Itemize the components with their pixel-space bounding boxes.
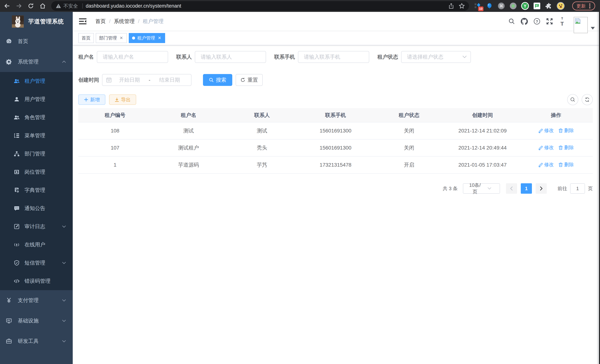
filter-input-0[interactable]: [97, 51, 168, 63]
edit-link[interactable]: 修改: [538, 127, 554, 134]
fullscreen-icon[interactable]: [543, 18, 556, 25]
app-logo-row[interactable]: 芋道管理系统: [0, 12, 73, 31]
avatar[interactable]: [574, 17, 588, 33]
page-1-button[interactable]: 1: [521, 183, 532, 194]
cell-created: 2021-01-05 17:03:47: [446, 156, 519, 173]
refresh-table-button[interactable]: [582, 94, 593, 105]
extension-record-icon[interactable]: [509, 1, 518, 10]
search-button[interactable]: 搜索: [203, 74, 232, 86]
sidebar-item-1[interactable]: 系统管理: [0, 52, 73, 72]
download-icon: [115, 97, 119, 102]
extension-y-icon[interactable]: Y: [521, 1, 529, 10]
sidebar-item-8[interactable]: 字典管理: [0, 181, 73, 199]
close-icon[interactable]: ✕: [157, 36, 162, 40]
page-size-select[interactable]: 10条/页: [463, 183, 500, 194]
sidebar-item-3[interactable]: 用户管理: [0, 90, 73, 108]
tab-page-1[interactable]: 部门管理✕: [96, 33, 127, 43]
extensions-puzzle-icon[interactable]: [544, 1, 553, 10]
goto-page-input[interactable]: [570, 183, 585, 194]
sidebar-item-15[interactable]: 基础设施: [0, 311, 73, 331]
sidebar-item-10[interactable]: 审计日志: [0, 217, 73, 236]
filter-input-1[interactable]: [195, 51, 266, 63]
date-range-input[interactable]: 开始日期 - 结束日期: [102, 74, 191, 86]
filter-label: 联系手机: [274, 53, 295, 60]
sidebar-collapse-icon[interactable]: [79, 18, 86, 25]
tab-page-2[interactable]: 租户管理✕: [129, 33, 165, 43]
close-icon[interactable]: ✕: [119, 36, 123, 40]
cell-contact: 秃头: [225, 139, 299, 156]
extension-balloon-icon[interactable]: [485, 1, 494, 10]
svg-text:?: ?: [536, 19, 538, 24]
next-page-button[interactable]: [536, 183, 547, 194]
font-size-icon[interactable]: тT: [556, 16, 568, 27]
back-icon[interactable]: [3, 1, 11, 10]
sidebar-item-6[interactable]: 部门管理: [0, 145, 73, 163]
sidebar-item-12[interactable]: 短信管理: [0, 254, 73, 272]
column-header: 操作: [519, 108, 593, 122]
edit-link[interactable]: 修改: [538, 144, 554, 151]
share-icon[interactable]: [448, 3, 454, 9]
navbar-actions: ? тT: [505, 9, 600, 33]
browser-extensions: 10 ⌘ Y: [473, 1, 565, 10]
gear-icon: [6, 59, 12, 65]
url-text: dashboard.yudao.iocoder.cn/system/tenant: [86, 3, 448, 9]
sidebar-item-4[interactable]: 角色管理: [0, 108, 73, 127]
sidebar-item-5[interactable]: 菜单管理: [0, 127, 73, 145]
cell-actions: 修改删除: [519, 139, 593, 156]
breadcrumb-item[interactable]: 系统管理: [114, 18, 135, 25]
tab-home[interactable]: 首页: [78, 33, 94, 43]
help-question-icon[interactable]: ?: [531, 18, 543, 25]
sidebar-item-14[interactable]: 支付管理: [0, 290, 73, 311]
cell-id: 107: [78, 139, 152, 156]
active-tab-dot: [132, 37, 135, 39]
update-chip[interactable]: 更新: [572, 1, 595, 10]
tags-bar: 首页部门管理✕租户管理✕: [73, 31, 600, 45]
forward-icon[interactable]: [14, 1, 23, 10]
breadcrumb-item[interactable]: 首页: [95, 18, 106, 25]
extension-command-icon[interactable]: ⌘: [497, 1, 506, 10]
github-icon[interactable]: [518, 18, 531, 25]
prev-page-button[interactable]: [506, 183, 517, 194]
filter-input-2[interactable]: [298, 51, 369, 63]
edit-link[interactable]: 修改: [538, 161, 554, 168]
reload-icon[interactable]: [26, 1, 35, 10]
post-badge-icon: [14, 169, 20, 175]
cell-id: 1: [78, 156, 152, 173]
submenu: 租户管理用户管理角色管理菜单管理部门管理岗位管理字典管理通知公告审计日志在线用户…: [0, 72, 73, 290]
sidebar-item-13[interactable]: 错误码管理: [0, 272, 73, 290]
cell-created: 2021-12-14 21:02:09: [446, 122, 519, 139]
date-filter-label: 创建时间: [78, 76, 99, 84]
chevron-down-icon: [62, 319, 66, 322]
sidebar-item-2[interactable]: 租户管理: [0, 72, 73, 90]
status-select[interactable]: 请选择租户状态: [401, 51, 471, 63]
delete-link[interactable]: 删除: [558, 127, 574, 134]
browser-menu-kebab-icon[interactable]: [587, 3, 592, 9]
sidebar-item-16[interactable]: 研发工具: [0, 331, 73, 351]
home-icon[interactable]: [38, 1, 47, 10]
sidebar-item-0[interactable]: 首页: [0, 31, 73, 52]
sidebar-item-7[interactable]: 岗位管理: [0, 163, 73, 181]
profile-avatar-icon[interactable]: [556, 1, 565, 10]
table-toolbar: 新增 导出: [78, 94, 593, 105]
extension-diamond-icon[interactable]: 10: [473, 1, 482, 10]
extension-chat-icon[interactable]: [533, 1, 541, 10]
chevron-down-icon: [62, 261, 66, 264]
toggle-search-button[interactable]: [567, 94, 578, 105]
reset-button[interactable]: 重置: [236, 74, 263, 86]
header-search-icon[interactable]: [505, 18, 518, 25]
edit-icon: [538, 128, 543, 133]
pagination: 共 3 条 10条/页 1 前往 页: [78, 183, 593, 194]
add-button[interactable]: 新增: [78, 94, 105, 105]
bookmark-star-icon[interactable]: [459, 3, 465, 9]
omnibox-separator: [82, 3, 83, 9]
export-button[interactable]: 导出: [109, 94, 136, 105]
address-bar[interactable]: 不安全 dashboard.yudao.iocoder.cn/system/te…: [51, 1, 469, 11]
delete-link[interactable]: 删除: [558, 144, 574, 151]
filter-label: 租户状态: [377, 53, 398, 60]
chevron-down-icon: [62, 340, 66, 343]
sidebar-item-11[interactable]: 在线用户: [0, 236, 73, 254]
sidebar-item-9[interactable]: 通知公告: [0, 199, 73, 217]
caret-down-icon[interactable]: [591, 27, 595, 30]
delete-link[interactable]: 删除: [558, 161, 574, 168]
sms-icon: [14, 260, 20, 266]
